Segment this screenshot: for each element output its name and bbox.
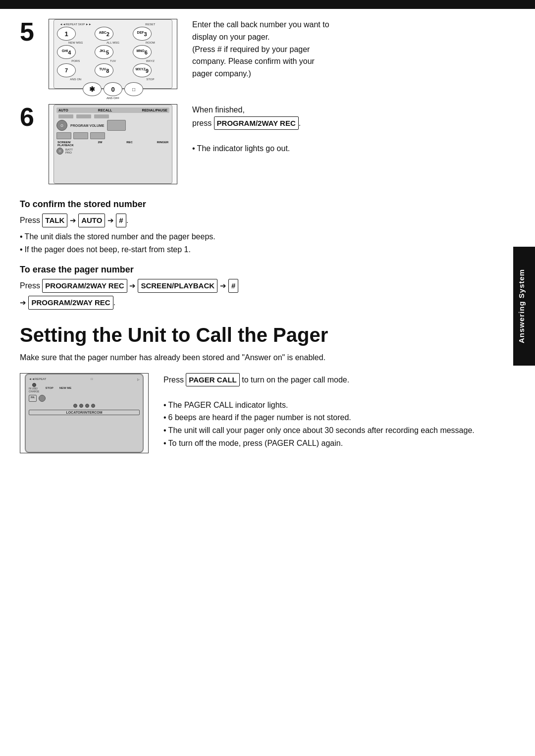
erase-section: To erase the pager number Press PROGRAM/… [20,265,515,310]
step-5-line3: (Press # if required by your pager [192,44,515,56]
key-star: ✱ [83,82,102,96]
panel-batt-row: O BATTPRO [56,148,169,155]
pager-press-suffix: to turn on the pager call mode. [240,376,349,384]
step-6-row: 6 AUTO RECALL REDIAL/PAUSE O PROGRAM VOL… [20,104,515,184]
panel-extra-row [56,132,169,139]
panel-batt-knob: O [56,148,63,155]
step-6-number: 6 [20,104,45,130]
pager-bullet-4: To turn off the mode, press (PAGER CALL)… [163,437,515,450]
hash-button: # [116,214,126,227]
pager-bullet-2: 6 beeps are heard if the pager number is… [163,411,515,424]
erase-title: To erase the pager number [20,265,515,275]
step-6-program-btn: PROGRAM/2WAY REC [214,116,299,130]
pager-diagram: ◄◄REPEAT □ ▷ IN USE/CHARGE STOP [25,374,144,453]
panel-light-2 [76,114,91,118]
erase-arrow2: ➔ [220,281,226,290]
key-3: DEF3 [133,27,152,41]
confirm-section: To confirm the stored number Press TALK … [20,199,515,256]
big-section-intro: Make sure that the pager number has alre… [20,351,515,364]
confirm-press-text: Press [20,216,42,224]
keypad-grid-row1: 1 ABC2 DEF3 [57,27,169,41]
pager-led-charge [32,383,36,387]
erase-btn1: PROGRAM/2WAY REC [42,279,127,293]
pager-dot-1 [73,404,77,408]
top-bar [0,0,535,9]
panel-light-3 [94,114,109,118]
keypad-grid-row3: 7 TUV8 WXYZ9 [57,63,169,77]
pager-led-inuse-label: IN USE/CHARGE [29,387,39,393]
confirm-arrow2: ➔ [107,216,114,224]
pager-knob [39,395,46,402]
pager-indicator-row: IN USE/CHARGE STOP NEW ME [29,383,140,393]
pager-step-text: Press PAGER CALL to turn on the pager ca… [163,373,515,453]
keypad-top-labels: ◄◄REPEAT SKIP ►► RESET [57,23,169,26]
panel-bottom-row: SCREEN/PLAYBACK 2W REC RINGER [56,141,169,147]
step-5-image: ◄◄REPEAT SKIP ►► RESET 1 ABC2 DEF3 NEW M… [49,19,177,89]
panel-mid: O PROGRAM VOLUME [56,120,169,131]
panel-diagram: AUTO RECALL REDIAL/PAUSE O PROGRAM VOLUM… [54,105,172,184]
pager-press-label: Press [163,376,186,384]
key-8: TUV8 [95,63,113,77]
auto-button: AUTO [78,214,105,227]
pager-pa-label: PA [29,395,37,402]
panel-batt-label: BATTPRO [65,148,73,154]
keypad-labels-row4: ANS ON STOP [57,78,169,81]
pager-dot-3 [85,404,89,408]
step-5-line5: pager company.) [192,68,515,80]
step-6-line2: press PROGRAM/2WAY REC. [192,116,515,130]
key-6: MNO6 [133,45,152,59]
pager-bullet-3: The unit will call your pager only once … [163,424,515,437]
panel-light-1 [58,114,73,118]
erase-press-text: Press [20,281,42,290]
pager-image: ◄◄REPEAT □ ▷ IN USE/CHARGE STOP [20,373,149,453]
step-6-text: When finished, press PROGRAM/2WAY REC. T… [192,104,515,159]
confirm-arrow1: ➔ [70,216,76,224]
key-9: WXYZ9 [133,63,152,77]
panel-volume-slider [107,120,126,131]
confirm-press-row: Press TALK ➔ AUTO ➔ #. [20,214,515,227]
keypad-diagram: ◄◄REPEAT SKIP ►► RESET 1 ABC2 DEF3 NEW M… [54,19,172,89]
step-6-press: press [192,119,214,127]
key-2: ABC2 [95,27,113,41]
keypad-grid-row2: GHI4 JKL5 MNO6 [57,45,169,59]
panel-extra-btn2 [73,132,88,139]
erase-btn2: SCREEN/PLAYBACK [138,279,217,293]
pager-dots-row [29,404,140,408]
step-5-text: Enter the call back number you want to d… [192,19,515,80]
talk-button: TALK [42,214,67,227]
keypad-labels-row3: PORS TUV WXYZ [57,59,169,62]
pager-press-text: Press PAGER CALL to turn on the pager ca… [163,373,515,386]
panel-lights [56,114,169,118]
panel-program-label: PROGRAM VOLUME [70,124,104,127]
keypad-ans-off-label: ANS OFF [57,97,169,100]
pager-led-group1: IN USE/CHARGE [29,383,39,393]
pager-dot-2 [79,404,83,408]
step-6-line1: When finished, [192,104,515,116]
pager-stop-label: STOP [45,386,53,389]
big-section: Setting the Unit to Call the Pager Make … [20,324,515,453]
key-4: GHI4 [57,45,76,59]
key-7: 7 [57,63,76,77]
panel-top-row: AUTO RECALL REDIAL/PAUSE [56,108,169,113]
pager-dot-4 [91,404,95,408]
erase-arrow3: ➔ [20,298,26,307]
panel-extra-btn3 [90,132,105,139]
step-5-line2: display on your pager. [192,31,515,44]
erase-press-row2: ➔ PROGRAM/2WAY REC. [20,296,515,310]
big-section-title: Setting the Unit to Call the Pager [20,324,515,346]
pager-bullet-1: The PAGER CALL indicator lights. [163,399,515,412]
confirm-bullet1: The unit dials the stored number and the… [20,230,515,243]
erase-btn4: PROGRAM/2WAY REC [28,296,113,310]
confirm-bullets: The unit dials the stored number and the… [20,230,515,256]
panel-extra-btn1 [56,132,71,139]
side-tab-label: Answering System [517,269,526,343]
step-5-number: 5 [20,19,45,45]
step-6-bullet1: The indicator lights go out. [192,142,515,155]
step-6-bullets: The indicator lights go out. [192,142,515,155]
pager-step-row: ◄◄REPEAT □ ▷ IN USE/CHARGE STOP [20,373,515,453]
key-5: JKL5 [95,45,113,59]
key-0: 0 [104,82,122,96]
keypad-labels-row2: NEW MSG ALL MSG ROOM [57,41,169,44]
erase-arrow1: ➔ [129,281,136,290]
confirm-bullet2: If the pager does not beep, re-start fro… [20,243,515,256]
